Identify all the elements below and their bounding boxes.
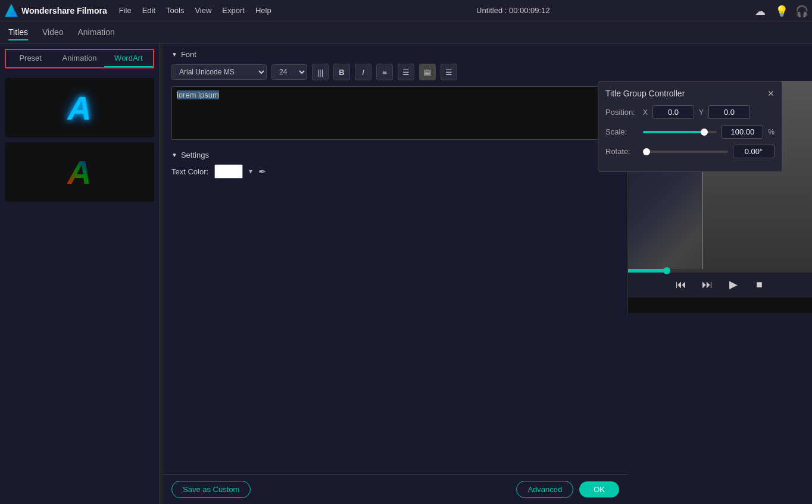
thumbnail-rgb-a[interactable]: A xyxy=(5,142,154,202)
tgc-y-label: Y xyxy=(699,108,704,117)
bulb-icon[interactable]: 💡 xyxy=(775,5,787,17)
align-center-btn[interactable]: ☰ xyxy=(398,64,414,80)
settings-collapse-arrow[interactable]: ▼ xyxy=(171,152,177,158)
step-back-btn[interactable]: ⏭ xyxy=(699,276,716,293)
tab-video[interactable]: Video xyxy=(42,25,64,40)
font-spacing-btn[interactable]: ||| xyxy=(312,64,329,80)
menu-view[interactable]: View xyxy=(195,6,211,15)
tgc-scale-input[interactable] xyxy=(722,125,763,139)
settings-section: ▼ Settings Text Color: ▾ ✒ xyxy=(171,151,619,179)
editor-panel: ▼ Font Arial Unicode MS 24 ||| B I ≡ ☰ ▤… xyxy=(163,44,627,474)
font-controls: Arial Unicode MS 24 ||| B I ≡ ☰ ▤ ☰ xyxy=(171,64,619,80)
tgc-scale-label: Scale: xyxy=(605,127,638,136)
menu-items: File Edit Tools View Export Help xyxy=(119,6,271,15)
tgc-title-label: Title Group Controller xyxy=(605,89,685,98)
tgc-rotate-track[interactable] xyxy=(643,151,728,153)
stop-btn[interactable]: ■ xyxy=(751,276,768,293)
tgc-scale-row: Scale: % xyxy=(605,125,774,139)
tgc-rotate-row: Rotate: xyxy=(605,145,774,158)
tgc-rotate-input[interactable] xyxy=(733,145,774,158)
align-right-btn[interactable]: ▤ xyxy=(419,64,436,80)
menu-tools[interactable]: Tools xyxy=(166,6,184,15)
font-italic-btn[interactable]: I xyxy=(355,64,371,80)
ok-button[interactable]: OK xyxy=(579,481,619,497)
tgc-scale-track[interactable] xyxy=(643,131,717,133)
thumb-letter-blue: A xyxy=(67,89,91,127)
project-title: Untitled : 00:00:09:12 xyxy=(271,6,755,15)
seek-thumb[interactable] xyxy=(663,267,670,274)
font-section-label: Font xyxy=(181,50,196,59)
menu-export[interactable]: Export xyxy=(222,6,245,15)
tgc-scale-fill xyxy=(643,131,702,133)
text-color-row: Text Color: ▾ ✒ xyxy=(171,164,619,179)
main-tabs: Titles Video Animation xyxy=(0,21,812,44)
title-group-controller: Title Group Controller ✕ Position: X Y S… xyxy=(598,81,782,172)
menu-edit[interactable]: Edit xyxy=(142,6,155,15)
text-color-label: Text Color: xyxy=(171,167,208,176)
menu-bar: Wondershare Filmora File Edit Tools View… xyxy=(0,0,812,21)
rewind-btn[interactable]: ⏮ xyxy=(673,276,689,293)
tgc-close-btn[interactable]: ✕ xyxy=(767,89,774,98)
text-content: lorem ipsum xyxy=(177,90,219,99)
top-icons: ☁ 💡 🎧 xyxy=(755,5,807,17)
sub-tab-wordart[interactable]: WordArt xyxy=(104,50,153,67)
app-logo: Wondershare Filmora xyxy=(5,4,107,17)
settings-section-label: Settings xyxy=(181,151,209,159)
font-family-select[interactable]: Arial Unicode MS xyxy=(171,64,267,80)
playback-controls: ⏮ ⏭ ▶ ■ xyxy=(628,271,812,298)
tgc-position-row: Position: X Y xyxy=(605,105,774,119)
tgc-scale-thumb[interactable] xyxy=(701,129,708,136)
menu-file[interactable]: File xyxy=(119,6,132,15)
app-name: Wondershare Filmora xyxy=(21,6,107,15)
seek-bar[interactable] xyxy=(628,269,812,273)
tgc-rotate-thumb[interactable] xyxy=(643,148,650,155)
align-justify-btn[interactable]: ☰ xyxy=(441,64,457,80)
tgc-x-label: X xyxy=(643,108,648,117)
color-dropdown-arrow[interactable]: ▾ xyxy=(249,167,252,176)
tab-animation[interactable]: Animation xyxy=(78,25,115,40)
seek-fill xyxy=(628,269,665,273)
font-collapse-arrow[interactable]: ▼ xyxy=(171,51,177,58)
tgc-x-input[interactable] xyxy=(652,105,694,119)
tgc-position-label: Position: xyxy=(605,108,638,117)
tgc-y-input[interactable] xyxy=(708,105,750,119)
text-input-area[interactable]: lorem ipsum xyxy=(171,86,619,140)
left-panel: Preset Animation WordArt A A xyxy=(0,44,160,504)
play-btn[interactable]: ▶ xyxy=(725,276,742,293)
tgc-scale-unit: % xyxy=(768,128,774,136)
sub-tab-animation[interactable]: Animation xyxy=(55,50,104,67)
settings-section-header: ▼ Settings xyxy=(171,151,619,159)
font-size-select[interactable]: 24 xyxy=(271,64,307,80)
tgc-rotate-label: Rotate: xyxy=(605,147,638,156)
eyedropper-icon[interactable]: ✒ xyxy=(258,166,266,177)
thumbnail-blue-a[interactable]: A xyxy=(5,78,154,137)
editor-bottom-bar: Save as Custom Advanced OK xyxy=(163,474,627,504)
thumb-letter-rgb: A xyxy=(67,153,91,192)
align-left-btn[interactable]: ≡ xyxy=(376,64,393,80)
headset-icon[interactable]: 🎧 xyxy=(795,5,807,17)
advanced-button[interactable]: Advanced xyxy=(516,481,573,498)
tgc-header: Title Group Controller ✕ xyxy=(605,89,774,98)
menu-help[interactable]: Help xyxy=(255,6,271,15)
logo-icon xyxy=(5,4,18,17)
save-custom-button[interactable]: Save as Custom xyxy=(171,481,251,498)
sub-tabs: Preset Animation WordArt xyxy=(5,49,154,68)
tab-titles[interactable]: Titles xyxy=(8,25,28,40)
cloud-icon[interactable]: ☁ xyxy=(755,5,767,17)
font-bold-btn[interactable]: B xyxy=(333,64,350,80)
font-section-header: ▼ Font xyxy=(171,50,619,59)
thumbnail-list: A A xyxy=(0,73,159,504)
sub-tab-preset[interactable]: Preset xyxy=(6,50,55,67)
color-swatch[interactable] xyxy=(214,164,243,179)
